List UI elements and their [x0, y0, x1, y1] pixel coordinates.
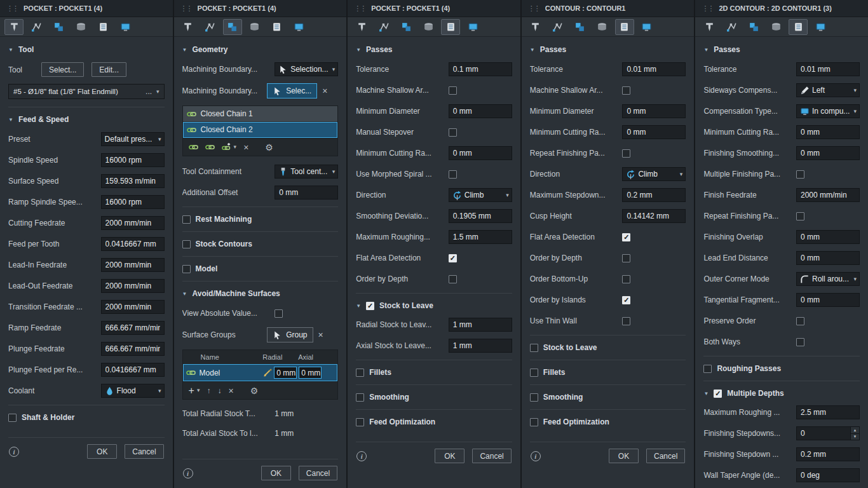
finishing-smoothing-input[interactable]: 0 mm: [796, 146, 860, 160]
tolerance-input[interactable]: 0.01 mm: [796, 62, 860, 76]
lead-in-feedrate-input[interactable]: 2000 mm/min: [101, 258, 165, 272]
tab-squares[interactable]: [744, 19, 763, 35]
maximum-stepdown-input[interactable]: 0.2 mm: [622, 188, 686, 202]
outer-corner-mode-dropdown[interactable]: Roll arou...▾: [796, 272, 860, 286]
tab-squares[interactable]: [49, 19, 68, 35]
machining-boundary-pick-button[interactable]: Selec...: [267, 83, 317, 98]
section-shaft-holder[interactable]: Shaft & Holder: [8, 405, 165, 430]
maximum-roughing-input[interactable]: 2.5 mm: [796, 405, 860, 419]
feed-optimization-checkbox[interactable]: [530, 418, 538, 426]
panel-titlebar[interactable]: ⋮⋮ 2D CONTOUR : 2D CONTOUR1 (3): [695, 0, 868, 17]
remove-group-icon[interactable]: ×: [228, 386, 233, 395]
smoothing-checkbox[interactable]: [530, 393, 538, 402]
section-passes[interactable]: ▼Passes: [703, 41, 860, 60]
preset-dropdown[interactable]: Default pres...▾: [101, 132, 165, 146]
drag-handle-icon[interactable]: ⋮⋮: [6, 4, 18, 13]
roughing-passes-checkbox[interactable]: [703, 365, 712, 373]
both-ways-checkbox[interactable]: [796, 338, 804, 346]
decrement-icon[interactable]: ▼: [851, 434, 859, 440]
tab-monitor[interactable]: [290, 19, 309, 35]
drag-handle-icon[interactable]: ⋮⋮: [180, 4, 192, 13]
section-feed-optimization[interactable]: Feed Optimization: [530, 409, 686, 434]
machining-boundary-dropdown[interactable]: Selection...▾: [275, 62, 338, 76]
tab-tool[interactable]: [700, 19, 719, 35]
increment-icon[interactable]: ▲: [851, 427, 859, 434]
section-smoothing[interactable]: Smoothing: [530, 384, 686, 409]
cancel-button[interactable]: Cancel: [299, 466, 337, 480]
tangential-fragment-input[interactable]: 0 mm: [796, 293, 860, 307]
tab-tool[interactable]: [352, 19, 371, 35]
axial-input[interactable]: 0 mm: [299, 367, 322, 379]
radial-stock-to-leav-input[interactable]: 1 mm: [449, 318, 512, 332]
shaft-holder-checkbox[interactable]: [8, 414, 17, 422]
surface-groups-pick-button[interactable]: Group: [267, 327, 313, 342]
section-fillets[interactable]: Fillets: [356, 360, 512, 384]
more-options-button[interactable]: ...: [144, 87, 153, 96]
group-settings-gear-icon[interactable]: ⚙: [250, 386, 259, 395]
minimum-diameter-input[interactable]: 0 mm: [622, 104, 686, 118]
section-model[interactable]: Model: [182, 256, 339, 281]
finishing-stepdowns-spinner[interactable]: 0▲▼: [796, 426, 860, 440]
plunge-feedrate-input[interactable]: 666.667 mm/min: [101, 342, 165, 356]
sideways-compens-dropdown[interactable]: Left▾: [796, 83, 860, 97]
minimum-cutting-ra-input[interactable]: 0 mm: [796, 125, 860, 139]
tab-layers[interactable]: [615, 19, 634, 35]
compensation-type-dropdown[interactable]: In compu...▾: [796, 104, 860, 118]
minimum-cutting-ra-input[interactable]: 0 mm: [449, 146, 512, 160]
panel-titlebar[interactable]: ⋮⋮ POCKET : POCKET1 (4): [348, 0, 520, 17]
tab-squares[interactable]: [223, 19, 242, 35]
model-checkbox[interactable]: [182, 265, 191, 273]
section-passes[interactable]: ▼Passes: [530, 41, 686, 60]
tab-monitor[interactable]: [116, 19, 135, 35]
minimum-diameter-input[interactable]: 0 mm: [449, 104, 512, 118]
finishing-stepdown-input[interactable]: 0.2 mm: [796, 447, 860, 461]
drag-handle-icon[interactable]: ⋮⋮: [354, 4, 365, 13]
transition-feedrate-input[interactable]: 2000 mm/min: [101, 300, 165, 314]
lead-out-feedrate-input[interactable]: 2000 mm/min: [101, 279, 165, 293]
tab-polyline[interactable]: [548, 19, 567, 35]
drag-handle-icon[interactable]: ⋮⋮: [702, 4, 713, 13]
feed-optimization-checkbox[interactable]: [356, 418, 364, 426]
tab-cylinder[interactable]: [593, 19, 612, 35]
manual-stepover-checkbox[interactable]: [449, 128, 457, 137]
preserve-order-checkbox[interactable]: [796, 317, 804, 325]
closed-chain-icon[interactable]: [189, 142, 198, 152]
tab-squares[interactable]: [397, 19, 416, 35]
add-group-icon[interactable]: +: [189, 386, 194, 396]
info-icon[interactable]: i: [356, 451, 367, 461]
tab-layers[interactable]: [268, 19, 287, 35]
view-absolute-value-checkbox[interactable]: [275, 309, 283, 318]
chain-list-item[interactable]: Closed Chain 2: [183, 122, 338, 138]
section-rest-machining[interactable]: Rest Machining: [182, 207, 339, 231]
tolerance-input[interactable]: 0.1 mm: [449, 62, 512, 76]
open-chain-icon[interactable]: [205, 142, 215, 152]
multiple-finishing-pa-checkbox[interactable]: [796, 170, 804, 179]
section-geometry[interactable]: ▼Geometry: [182, 41, 339, 60]
finishing-overlap-input[interactable]: 0 mm: [796, 230, 860, 244]
section-multiple-depths[interactable]: ▼✓Multiple Depths: [703, 381, 860, 405]
tab-layers[interactable]: [93, 19, 112, 35]
axial-stock-to-leave-input[interactable]: 1 mm: [449, 339, 512, 353]
panel-titlebar[interactable]: ⋮⋮ POCKET : POCKET1 (4): [0, 0, 173, 17]
section-stock-contours[interactable]: Stock Contours: [182, 231, 339, 256]
tab-polyline[interactable]: [27, 19, 46, 35]
section-tool[interactable]: ▼Tool: [8, 41, 165, 60]
cutting-feedrate-input[interactable]: 2000 mm/min: [101, 216, 165, 230]
flat-area-detection-checkbox[interactable]: ✓: [449, 254, 457, 262]
section-feed-optimization[interactable]: Feed Optimization: [356, 409, 512, 434]
info-icon[interactable]: i: [531, 451, 541, 461]
panel-titlebar[interactable]: ⋮⋮ POCKET : POCKET1 (4): [174, 0, 347, 17]
ok-button[interactable]: OK: [261, 466, 291, 480]
cusp-height-input[interactable]: 0.14142 mm: [622, 209, 686, 223]
tab-polyline[interactable]: [374, 19, 393, 35]
finish-feedrate-input[interactable]: 2000 mm/min: [796, 188, 860, 202]
fillets-checkbox[interactable]: [356, 369, 364, 377]
lead-end-distance-input[interactable]: 0 mm: [796, 251, 860, 265]
tool-select-button[interactable]: Select...: [41, 62, 84, 77]
tab-cylinder[interactable]: [766, 19, 785, 35]
tab-squares[interactable]: [571, 19, 590, 35]
clear-selection-icon[interactable]: ×: [322, 86, 327, 95]
minimum-cutting-ra-input[interactable]: 0 mm: [622, 125, 686, 139]
cancel-button[interactable]: Cancel: [125, 444, 163, 459]
tab-polyline[interactable]: [722, 19, 741, 35]
